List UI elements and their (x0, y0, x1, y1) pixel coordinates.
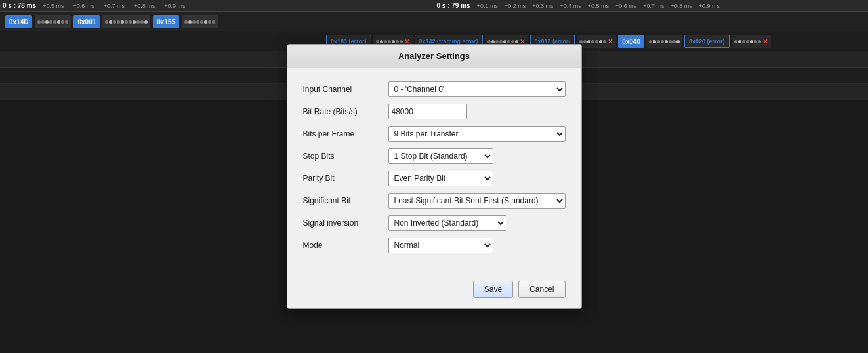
bits-per-frame-row: Bits per Frame 8 Bits per Transfer 9 Bit… (303, 126, 566, 142)
stop-bits-row: Stop Bits 1 Stop Bit (Standard) 2 Stop B… (303, 148, 566, 164)
significant-bit-label: Significant Bit (303, 196, 388, 205)
dialog-overlay: Analyzer Settings Input Channel 0 - 'Cha… (0, 0, 868, 353)
signal-inversion-row: Signal inversion Non Inverted (Standard)… (303, 215, 566, 231)
significant-bit-select[interactable]: Least Significant Bit Sent First (Standa… (388, 193, 566, 209)
input-channel-select[interactable]: 0 - 'Channel 0' 1 - 'Channel 1' 2 - 'Cha… (388, 81, 566, 97)
significant-bit-row: Significant Bit Least Significant Bit Se… (303, 193, 566, 209)
dialog-body: Input Channel 0 - 'Channel 0' 1 - 'Chann… (287, 68, 581, 273)
cancel-button[interactable]: Cancel (518, 281, 565, 298)
parity-bit-label: Parity Bit (303, 174, 388, 183)
mode-row: Mode Normal Extended (303, 238, 566, 253)
bits-per-frame-label: Bits per Frame (303, 129, 388, 138)
mode-label: Mode (303, 241, 388, 250)
analyzer-settings-dialog: Analyzer Settings Input Channel 0 - 'Cha… (287, 44, 582, 309)
bit-rate-label: Bit Rate (Bits/s) (303, 107, 388, 116)
signal-inversion-select[interactable]: Non Inverted (Standard) Inverted (388, 215, 506, 231)
parity-bit-row: Parity Bit No Parity Bit Even Parity Bit… (303, 171, 566, 186)
stop-bits-label: Stop Bits (303, 152, 388, 161)
save-button[interactable]: Save (473, 281, 513, 298)
input-channel-row: Input Channel 0 - 'Channel 0' 1 - 'Chann… (303, 81, 566, 97)
mode-select[interactable]: Normal Extended (388, 238, 493, 253)
bit-rate-row: Bit Rate (Bits/s) (303, 104, 566, 119)
bit-rate-input[interactable] (388, 104, 467, 119)
dialog-footer: Save Cancel (287, 273, 581, 308)
parity-bit-select[interactable]: No Parity Bit Even Parity Bit Odd Parity… (388, 171, 493, 186)
dialog-title: Analyzer Settings (287, 45, 581, 68)
signal-inversion-label: Signal inversion (303, 218, 388, 228)
stop-bits-select[interactable]: 1 Stop Bit (Standard) 2 Stop Bits (388, 148, 493, 164)
input-channel-label: Input Channel (303, 85, 388, 94)
bits-per-frame-select[interactable]: 8 Bits per Transfer 9 Bits per Transfer … (388, 126, 566, 142)
